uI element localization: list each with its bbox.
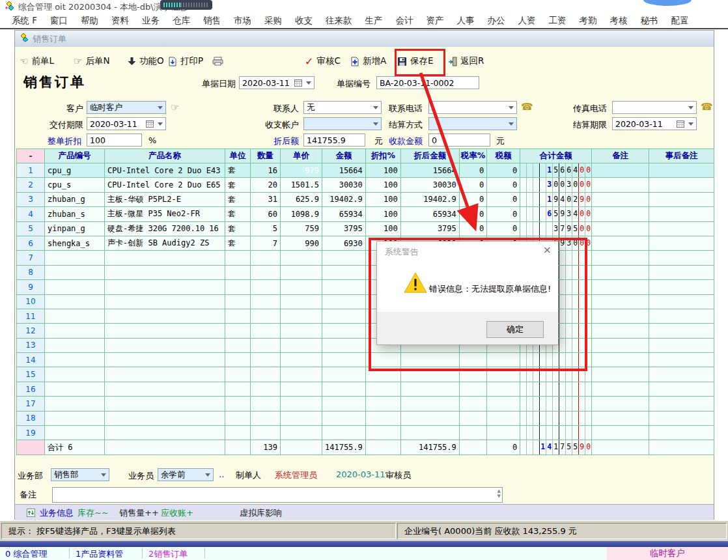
cell-unit[interactable]: 套 [225, 207, 251, 221]
cell-price[interactable] [281, 426, 322, 440]
cell-tax[interactable]: 0 [487, 221, 520, 236]
cell-total-amount[interactable] [520, 426, 592, 440]
cell-qty[interactable] [251, 309, 281, 323]
cell-qty[interactable] [251, 324, 281, 338]
cell-post-note[interactable] [649, 309, 714, 323]
cell-unit[interactable]: 套 [225, 236, 251, 250]
row-number[interactable]: 8 [17, 265, 45, 279]
dept-combo[interactable]: 销售部 [51, 468, 109, 481]
cell-qty[interactable] [251, 367, 281, 382]
cell-price[interactable] [281, 367, 322, 382]
cell-name[interactable] [105, 324, 225, 338]
column-header-2[interactable]: 产品名称 [105, 149, 225, 163]
cell-amount[interactable]: 30030 [322, 178, 366, 192]
cell-amount[interactable] [322, 382, 366, 396]
cell-tax[interactable] [487, 382, 520, 396]
cell-unit[interactable] [225, 353, 251, 367]
cell-price[interactable] [281, 353, 322, 367]
cell-unit[interactable] [225, 338, 251, 352]
column-header-12[interactable]: 备注 [592, 149, 649, 163]
column-header-3[interactable]: 单位 [225, 149, 251, 163]
cell-amount[interactable] [322, 353, 366, 367]
cell-qty[interactable]: 7 [251, 236, 281, 250]
cell-note[interactable] [592, 163, 649, 178]
cell-qty[interactable]: 16 [251, 163, 281, 178]
cell-name[interactable]: CPU-Intel Core 2 Duo E43 [105, 163, 225, 178]
cell-unit[interactable] [225, 294, 251, 309]
cell-unit[interactable] [225, 324, 251, 338]
toolbar-button-新增A[interactable]: 新增A [350, 53, 386, 69]
cell-amount[interactable] [322, 426, 366, 440]
menu-item-20[interactable]: 秘书 [634, 15, 665, 27]
cell-qty[interactable] [251, 280, 281, 294]
row-number[interactable]: 9 [17, 280, 45, 294]
cell-qty[interactable] [251, 411, 281, 425]
cell-amount[interactable] [322, 294, 366, 309]
cell-unit[interactable]: 套 [225, 221, 251, 236]
note-scroll-arrows[interactable]: ▲▼ [497, 488, 501, 499]
account-combo[interactable] [303, 117, 382, 130]
cell-qty[interactable] [251, 353, 281, 367]
cell-price[interactable]: 990 [281, 236, 322, 250]
cell-total-amount[interactable] [520, 411, 592, 425]
hand-pointer-icon[interactable]: ☞ [171, 102, 179, 113]
cell-tax[interactable]: 0 [487, 207, 520, 221]
cell-unit[interactable] [225, 411, 251, 425]
cell-taxr[interactable] [459, 411, 487, 425]
cell-disc_amt[interactable]: 3795 [400, 221, 459, 236]
cell-name[interactable] [105, 411, 225, 425]
cell-amount[interactable] [322, 411, 366, 425]
menu-item-16[interactable]: 人资 [512, 15, 542, 27]
cell-code[interactable]: zhuban_s [45, 207, 105, 221]
cell-code[interactable] [45, 397, 105, 411]
phone-icon[interactable]: ☎ [521, 101, 533, 113]
toolbar-button-后单N[interactable]: ☞后单N [74, 53, 110, 69]
cell-disc[interactable]: 100 [365, 192, 400, 206]
cell-note[interactable] [592, 338, 649, 352]
cell-taxr[interactable] [459, 426, 487, 440]
cell-amount[interactable] [322, 265, 366, 279]
cell-amount[interactable]: 15664 [322, 163, 366, 178]
toolbar-button-前单L[interactable]: ☜前单L [20, 53, 54, 69]
cell-name[interactable] [105, 251, 225, 265]
cell-disc_amt[interactable] [400, 382, 459, 396]
cell-tax[interactable]: 0 [487, 178, 520, 192]
cell-price[interactable] [281, 338, 322, 352]
cell-total-amount[interactable]: 3003000 [520, 178, 592, 192]
row-number[interactable]: 13 [17, 338, 45, 352]
cell-disc[interactable]: 100 [365, 163, 400, 178]
cell-name[interactable] [105, 353, 225, 367]
menu-item-12[interactable]: 会计 [389, 15, 420, 27]
cell-name[interactable] [105, 294, 225, 309]
cell-post-note[interactable] [649, 411, 714, 425]
cell-unit[interactable]: 套 [225, 192, 251, 206]
info-tab-2[interactable]: 销售量++ [119, 507, 159, 519]
menu-item-0[interactable]: 系统 F [5, 15, 44, 27]
cell-code[interactable] [45, 338, 105, 352]
cell-name[interactable]: 主板-微星 P35 Neo2-FR [105, 207, 225, 221]
cell-tax[interactable] [487, 411, 520, 425]
cell-post-note[interactable] [649, 353, 714, 367]
menu-item-17[interactable]: 工资 [542, 15, 573, 27]
info-tab-0[interactable]: 业务信息 [40, 507, 74, 519]
cell-price[interactable]: 979 [281, 163, 322, 178]
cell-name[interactable] [105, 309, 225, 323]
cell-qty[interactable] [251, 426, 281, 440]
column-header-11[interactable]: 合计金额 [520, 149, 592, 163]
cell-code[interactable]: cpu_g [45, 163, 105, 178]
cell-note[interactable] [592, 309, 649, 323]
cell-name[interactable] [105, 338, 225, 352]
cell-code[interactable] [45, 251, 105, 265]
menu-item-19[interactable]: 考核 [604, 15, 634, 27]
cell-note[interactable] [592, 411, 649, 425]
menu-item-15[interactable]: 办公 [481, 15, 512, 27]
row-number[interactable]: 2 [17, 178, 45, 192]
cell-post-note[interactable] [649, 221, 714, 236]
cell-tax[interactable] [487, 397, 520, 411]
cell-code[interactable] [45, 353, 105, 367]
cell-code[interactable]: cpu_s [45, 178, 105, 192]
cell-note[interactable] [592, 353, 649, 367]
cell-total-amount[interactable]: 379500 [520, 221, 592, 236]
menu-item-2[interactable]: 帮助 [74, 15, 105, 27]
cell-disc_amt[interactable]: 30030 [400, 178, 459, 192]
